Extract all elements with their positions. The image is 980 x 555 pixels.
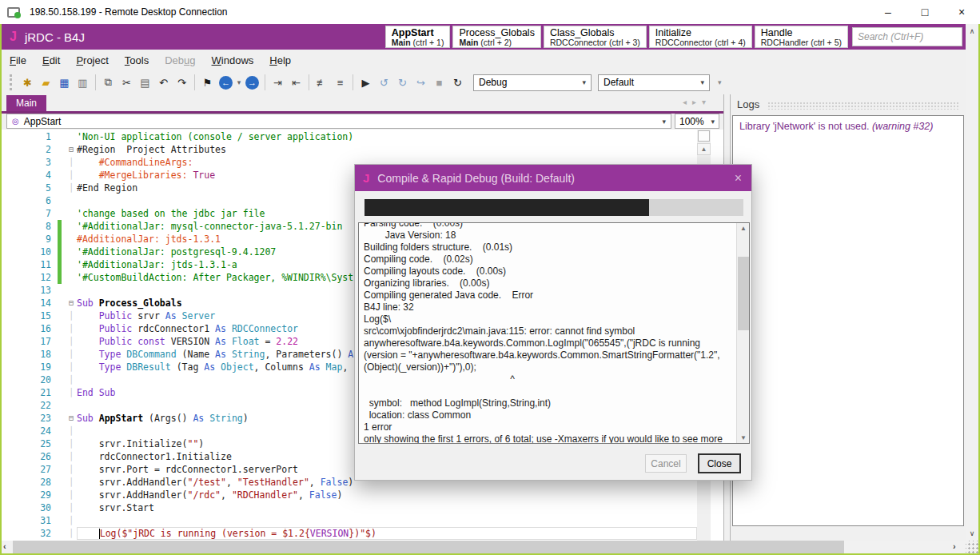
scrollbar-thumb[interactable]	[738, 257, 749, 330]
code-line[interactable]: 32│ Log($"jRDC is running (version = $1.…	[2, 527, 697, 540]
scrollbar-thumb[interactable]	[13, 541, 844, 553]
comment-icon[interactable]: ≢	[313, 74, 331, 91]
scroll-up-icon[interactable]: ▲	[737, 225, 750, 232]
quick-sub-appstart[interactable]: AppStartMain (ctrl + 1)	[385, 26, 451, 48]
navigate-back-icon[interactable]: ←	[219, 76, 233, 90]
scroll-up-icon[interactable]: ▲	[697, 143, 711, 155]
run-icon[interactable]: ▶	[357, 74, 375, 91]
scroll-right-icon[interactable]: ›	[953, 541, 956, 551]
copy-icon[interactable]: ⧉	[99, 74, 118, 91]
quick-sub-initialize[interactable]: InitializeRDCConnector (ctrl + 4)	[649, 26, 752, 48]
rdp-vertical-scrollbar[interactable]: ∧ ∨	[966, 24, 978, 541]
cut-icon[interactable]: ✂	[118, 74, 136, 91]
search-input[interactable]	[852, 27, 962, 46]
tab-nav-left-icon[interactable]: ◂	[683, 98, 687, 106]
close-button[interactable]: ×	[943, 0, 980, 24]
fold-guide: │	[66, 182, 77, 194]
code-line[interactable]: 30│ srvr.Start	[2, 501, 697, 514]
open-project-icon[interactable]: ▰	[37, 74, 55, 91]
indent-icon[interactable]: ⇥	[269, 74, 287, 91]
menu-tools[interactable]: Tools	[117, 50, 157, 70]
line-number: 3	[2, 156, 58, 169]
navigate-forward-icon[interactable]: →	[245, 76, 259, 90]
fold-guide: │	[66, 335, 77, 348]
back-dropdown-icon[interactable]: ▾	[235, 78, 243, 86]
new-file-icon[interactable]: ✱	[18, 74, 37, 91]
quick-sub-process_globals[interactable]: Process_GlobalsMain (ctrl + 2)	[452, 26, 541, 48]
paste-icon[interactable]: ▤	[136, 74, 154, 91]
toolbar-separator	[353, 74, 353, 90]
tab-main[interactable]: Main	[6, 95, 46, 111]
quick-sub-handle[interactable]: HandleRDCHandler (ctrl + 5)	[755, 26, 848, 48]
resize-grip[interactable]	[966, 541, 978, 553]
menu-help[interactable]: Help	[261, 50, 299, 70]
restart-icon[interactable]: ↻	[448, 74, 467, 91]
toolbar-separator	[265, 74, 265, 90]
maximize-button[interactable]: □	[906, 0, 943, 24]
code-line[interactable]: 31│	[2, 514, 697, 527]
export-icon[interactable]: ▥	[74, 74, 92, 91]
stop-icon[interactable]: ■	[430, 74, 448, 91]
minimize-button[interactable]: –	[870, 0, 906, 24]
change-indicator	[58, 437, 62, 450]
logs-output[interactable]: Library 'jNetwork' is not used. (warning…	[732, 115, 964, 526]
toolbar-overflow-icon[interactable]: ▾	[718, 78, 722, 86]
quick-sub-buttons: AppStartMain (ctrl + 1)Process_GlobalsMa…	[385, 26, 848, 48]
save-icon[interactable]: ▦	[55, 74, 74, 91]
dialog-log-scrollbar[interactable]: ▲ ▼	[736, 223, 749, 443]
rdp-horizontal-scrollbar[interactable]: ‹ ›	[0, 541, 966, 553]
step-out-icon[interactable]: ↪	[412, 74, 430, 91]
rdp-titlebar[interactable]: 198.50.158.199 - Remote Desktop Connecti…	[0, 0, 980, 24]
change-indicator	[58, 271, 62, 284]
current-sub-dropdown[interactable]: ◎ AppStart ▾	[6, 114, 671, 129]
redo-icon[interactable]: ↷	[173, 74, 191, 91]
dialog-close-icon[interactable]: ×	[735, 171, 742, 186]
change-indicator	[58, 207, 62, 220]
menu-edit[interactable]: Edit	[34, 50, 68, 70]
menu-file[interactable]: File	[2, 50, 34, 70]
build-profile-dropdown[interactable]: Default▾	[598, 74, 710, 91]
change-indicator	[58, 386, 62, 399]
scroll-up-icon[interactable]: ∧	[966, 27, 978, 35]
tab-nav-right-icon[interactable]: ▸	[692, 98, 696, 106]
logs-panel-drag-texture[interactable]	[767, 102, 959, 110]
scroll-left-icon[interactable]: ‹	[3, 541, 6, 551]
code-line[interactable]: 2⊟#Region Project Attributes	[2, 143, 697, 156]
scroll-down-icon[interactable]: ∨	[966, 529, 978, 537]
line-number: 7	[2, 207, 58, 220]
dialog-log-line: Compiling generated Java code. Error	[364, 289, 733, 301]
outdent-icon[interactable]: ⇤	[287, 74, 305, 91]
uncomment-icon[interactable]: ≡	[331, 74, 349, 91]
step-over-icon[interactable]: ↺	[375, 74, 393, 91]
line-number: 19	[2, 361, 58, 373]
scroll-down-icon[interactable]: ▼	[737, 434, 750, 441]
menu-windows[interactable]: Windows	[204, 50, 262, 70]
dialog-log-line: (version = "+anywheresoftware.b4a.keywor…	[364, 349, 733, 361]
bookmark-icon[interactable]: ⚑	[198, 74, 217, 91]
fold-guide	[66, 258, 77, 271]
code-text: Log($"jRDC is running (version = $1.2{VE…	[77, 527, 697, 540]
close-dialog-button[interactable]: Close	[698, 453, 741, 473]
dialog-titlebar[interactable]: J Compile & Rapid Debug (Build: Default)…	[355, 165, 751, 191]
fold-guide: │	[66, 450, 77, 463]
undo-icon[interactable]: ↶	[154, 74, 173, 91]
change-indicator	[58, 169, 62, 182]
line-number: 6	[2, 194, 58, 207]
step-into-icon[interactable]: ↻	[393, 74, 412, 91]
line-number: 5	[2, 182, 58, 194]
zoom-dropdown[interactable]: 100% ▾	[675, 114, 719, 129]
fold-toggle-icon[interactable]: ⊟	[66, 412, 77, 425]
remote-desktop-window: 198.50.158.199 - Remote Desktop Connecti…	[0, 0, 980, 555]
quick-sub-class_globals[interactable]: Class_GlobalsRDCConnector (ctrl + 3)	[544, 26, 647, 48]
build-log-box[interactable]: Parsing code. (0.00s) Java Version: 18Bu…	[358, 222, 750, 444]
change-indicator	[58, 450, 62, 463]
build-configuration-dropdown[interactable]: Debug▾	[473, 74, 592, 91]
tab-list-dropdown-icon[interactable]: ▾	[702, 98, 706, 106]
fold-toggle-icon[interactable]: ⊟	[66, 143, 77, 156]
scrollbar-thumb[interactable]	[698, 130, 710, 142]
fold-toggle-icon[interactable]: ⊟	[66, 297, 77, 309]
menu-project[interactable]: Project	[68, 50, 116, 70]
dialog-log-line: Parsing code. (0.00s)	[364, 222, 733, 230]
code-line[interactable]: 29│ srvr.AddHandler("/rdc", "RDCHandler"…	[2, 489, 697, 501]
code-line[interactable]: 1'Non-UI application (console / server a…	[2, 130, 697, 143]
